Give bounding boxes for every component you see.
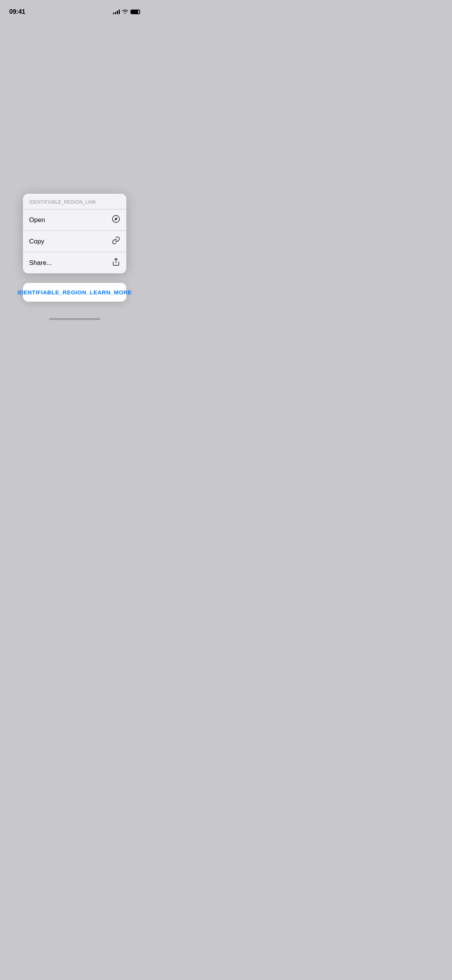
context-menu: IDENTIFIABLE_REGION_LINK Open Copy <box>23 194 126 273</box>
menu-item-open-label: Open <box>29 216 45 224</box>
context-menu-container: IDENTIFIABLE_REGION_LINK Open Copy <box>23 194 126 273</box>
svg-marker-1 <box>114 217 117 220</box>
signal-bars-icon <box>113 10 120 14</box>
menu-item-copy-label: Copy <box>29 238 44 245</box>
learn-more-button[interactable]: IDENTIFIABLE_REGION_LEARN_MORE <box>23 283 126 302</box>
menu-item-copy[interactable]: Copy <box>23 231 126 252</box>
home-indicator <box>49 318 100 320</box>
menu-item-share[interactable]: Share... <box>23 252 126 273</box>
status-icons <box>113 9 140 15</box>
link-icon <box>112 236 120 247</box>
menu-item-open[interactable]: Open <box>23 209 126 231</box>
status-time: 09:41 <box>9 8 25 16</box>
share-icon <box>112 258 120 268</box>
context-menu-url-label: IDENTIFIABLE_REGION_LINK <box>29 199 96 205</box>
learn-more-container: IDENTIFIABLE_REGION_LEARN_MORE <box>23 283 126 302</box>
context-menu-header: IDENTIFIABLE_REGION_LINK <box>23 194 126 209</box>
status-bar: 09:41 <box>0 0 149 18</box>
battery-icon <box>131 10 140 14</box>
compass-icon <box>112 215 120 225</box>
menu-item-share-label: Share... <box>29 259 52 267</box>
wifi-icon <box>122 9 128 15</box>
learn-more-label: IDENTIFIABLE_REGION_LEARN_MORE <box>17 289 132 296</box>
